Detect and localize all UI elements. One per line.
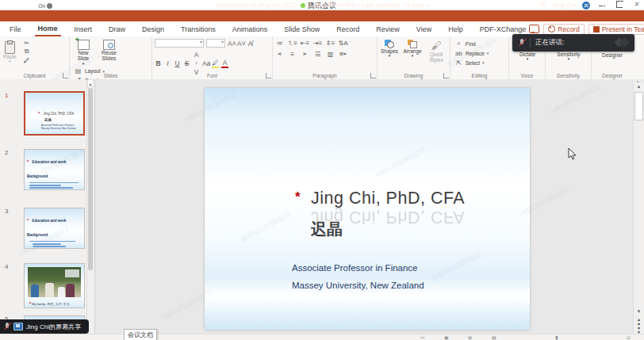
font-name-select[interactable] bbox=[155, 39, 204, 48]
scrollbar-thumb[interactable] bbox=[634, 92, 643, 120]
increase-indent-icon[interactable]: ⇥≡ bbox=[313, 39, 322, 47]
thumbnail-slide-1[interactable]: * Jing Chi, PhD, CFA 迟晶 Associate Profes… bbox=[24, 91, 85, 136]
replace-button[interactable]: Replace bbox=[466, 51, 485, 56]
slide-subtitle-2[interactable]: Massey University, New Zealand bbox=[292, 281, 424, 290]
group-font: A˄ A˅ A̸ B I U S A︲V Aa 🖊 A Font bbox=[152, 36, 273, 79]
ribbon-display-options-icon[interactable] bbox=[596, 2, 604, 9]
tab-insert[interactable]: Insert bbox=[71, 23, 96, 36]
tab-home[interactable]: Home bbox=[35, 22, 61, 36]
text-direction-icon[interactable]: ⇅A bbox=[339, 39, 347, 47]
tab-slide-show[interactable]: Slide Show bbox=[281, 23, 323, 36]
change-case-button[interactable]: Aa bbox=[202, 59, 209, 67]
reuse-slides-button[interactable]: Reuse Slides bbox=[98, 39, 120, 63]
font-color-icon[interactable]: A bbox=[221, 59, 228, 68]
avatar[interactable]: JC bbox=[582, 2, 590, 10]
tab-draw[interactable]: Draw bbox=[105, 23, 128, 36]
grow-font-button[interactable]: A˄ bbox=[228, 40, 235, 48]
tab-review[interactable]: Review bbox=[373, 23, 403, 36]
reading-view-icon[interactable]: ▤ bbox=[492, 335, 496, 340]
normal-view-icon[interactable]: ▣ bbox=[444, 335, 449, 340]
select-button[interactable]: Select bbox=[466, 60, 480, 66]
comments-icon[interactable] bbox=[529, 25, 539, 33]
status-bar: ▭ ▣ ⊞ ▤ ▮ ⊡ bbox=[0, 334, 644, 340]
new-slide-button[interactable]: New Slide ▾ bbox=[72, 39, 94, 67]
dialog-launcher-icon[interactable] bbox=[266, 73, 271, 78]
numbering-icon[interactable]: ⒈≡ bbox=[288, 39, 297, 47]
search-icon[interactable] bbox=[539, 1, 546, 10]
scroll-up-icon[interactable]: ▲ bbox=[87, 79, 94, 87]
dialog-launcher-icon[interactable] bbox=[63, 73, 68, 78]
tab-record[interactable]: Record bbox=[333, 23, 362, 36]
zoom-fit-icon[interactable]: ⊡ bbox=[627, 335, 631, 340]
classification-label[interactable]: UNCLASSIFIED bbox=[310, 2, 356, 9]
scroll-down-icon[interactable]: ▼ bbox=[634, 308, 644, 315]
arrange-icon bbox=[408, 40, 417, 48]
user-name[interactable]: Jing Chi bbox=[553, 2, 576, 9]
family-photo bbox=[28, 267, 81, 297]
smartart-icon[interactable]: ⧈▾ bbox=[339, 50, 347, 58]
decrease-indent-icon[interactable]: ⇤≡ bbox=[301, 39, 309, 47]
meeting-doc-tooltip[interactable]: 会议文档 bbox=[124, 329, 157, 340]
strikethrough-button[interactable]: S bbox=[183, 59, 190, 67]
paste-button[interactable]: Paste ▾ bbox=[2, 39, 17, 65]
tab-design[interactable]: Design bbox=[139, 23, 167, 36]
italic-button[interactable]: I bbox=[164, 59, 171, 67]
align-left-icon[interactable]: ⫷ bbox=[275, 50, 284, 58]
speaking-overlay[interactable]: 正在讲话: bbox=[512, 34, 634, 52]
justify-icon[interactable]: ☰ bbox=[313, 50, 322, 58]
dialog-launcher-icon[interactable] bbox=[370, 73, 376, 78]
shapes-icon bbox=[385, 40, 394, 48]
shrink-font-button[interactable]: A˅ bbox=[237, 40, 244, 48]
scrollbar-thumb[interactable] bbox=[88, 88, 93, 270]
slideshow-view-icon[interactable]: ▮ bbox=[555, 335, 558, 340]
arrange-button[interactable]: Arrange ▾ bbox=[403, 39, 423, 59]
tab-transitions[interactable]: Transitions bbox=[178, 23, 219, 36]
slide-title-zh[interactable]: 迟晶 bbox=[311, 219, 343, 240]
clear-formatting-icon[interactable]: A̸ bbox=[247, 40, 254, 48]
underline-button[interactable]: U bbox=[174, 59, 181, 67]
last-modified[interactable]: Last Modified: 19 May bbox=[362, 2, 424, 9]
columns-icon[interactable]: ▥ bbox=[326, 50, 335, 58]
slide-title-en[interactable]: Jing Chi, PhD, CFA bbox=[311, 189, 465, 208]
text-highlight-icon[interactable]: 🖊 bbox=[212, 59, 219, 68]
screen-share-indicator[interactable]: Jing Chi的屏幕共享 bbox=[0, 319, 89, 334]
dialog-launcher-icon[interactable] bbox=[443, 73, 449, 78]
thumbnail-slide-2[interactable]: * Education and work Background bbox=[24, 149, 85, 190]
scroll-up-icon[interactable]: ▲ bbox=[634, 82, 644, 90]
slide-subtitle-1[interactable]: Associate Professor in Finance bbox=[292, 263, 418, 273]
bullets-icon[interactable]: ≔ bbox=[275, 39, 284, 47]
font-size-select[interactable] bbox=[206, 39, 225, 48]
maximize-icon[interactable] bbox=[623, 2, 630, 9]
tab-help[interactable]: Help bbox=[445, 23, 466, 36]
line-spacing-icon[interactable]: ⇕≡ bbox=[326, 39, 335, 47]
close-icon[interactable]: × bbox=[636, 2, 641, 9]
quick-styles-button[interactable]: 🖌 Quick Styles bbox=[426, 39, 447, 64]
format-painter-icon[interactable]: 🖉 bbox=[22, 56, 31, 64]
group-slides: New Slide ▾ Reuse Slides ▤Layout▾ ↺Reset… bbox=[70, 36, 152, 79]
tab-animations[interactable]: Animations bbox=[229, 23, 271, 36]
align-right-icon[interactable]: ⫸ bbox=[301, 50, 309, 58]
tab-view[interactable]: View bbox=[413, 23, 435, 36]
thumbnail-slide-3[interactable]: * Education and work Background bbox=[24, 208, 85, 249]
slide-sorter-icon[interactable]: ⊞ bbox=[468, 335, 472, 340]
align-center-icon[interactable]: ≡ bbox=[288, 50, 297, 58]
copy-icon[interactable]: ⧉ bbox=[22, 48, 31, 55]
present-in-teams-button[interactable]: Present in Teams bbox=[588, 24, 644, 35]
replace-icon: ab bbox=[454, 49, 463, 57]
slide-number: 1 bbox=[5, 92, 8, 99]
slide-canvas[interactable]: Jing Chi, PhD, CFA * Jing Chi, PhD, CFA … bbox=[205, 88, 530, 330]
notes-icon[interactable]: ▭ bbox=[420, 335, 425, 340]
minimize-icon[interactable] bbox=[610, 6, 616, 7]
record-button[interactable]: Record bbox=[543, 24, 584, 35]
title-dropdown-icon[interactable]: ▾ bbox=[426, 3, 428, 8]
cut-icon[interactable]: ✂ bbox=[22, 39, 31, 47]
shapes-button[interactable]: Shapes ▾ bbox=[380, 39, 399, 59]
thumbnail-slide-4[interactable]: * My family- 先生, 儿子, 女儿 bbox=[24, 263, 85, 308]
previous-slide-icon[interactable]: ▲▲ bbox=[634, 318, 644, 326]
find-button[interactable]: Find bbox=[466, 41, 476, 47]
editor-scrollbar[interactable]: ▲ ▼ ▲▲ ▼▼ bbox=[633, 82, 644, 334]
tab-file[interactable]: File bbox=[6, 23, 25, 36]
thumbnail-scrollbar[interactable]: ▲ bbox=[86, 79, 94, 334]
bold-button[interactable]: B bbox=[155, 59, 162, 67]
chevron-down-icon: ▾ bbox=[412, 54, 414, 59]
